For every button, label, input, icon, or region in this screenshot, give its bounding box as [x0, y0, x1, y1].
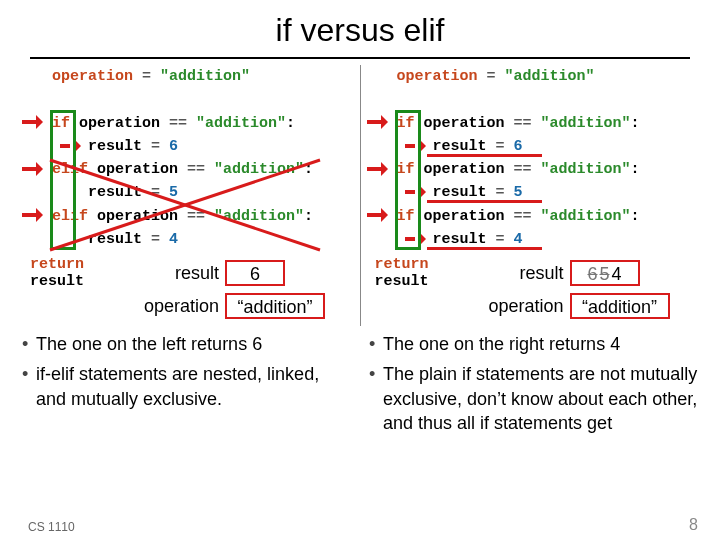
right-bullets: The one on the right returns 4 The plain… — [369, 332, 698, 441]
right-code: operation = "addition" if operation == "… — [365, 65, 701, 251]
code-token: operation — [415, 161, 514, 178]
code-token: = — [151, 184, 169, 201]
code-token: "addition" — [541, 115, 631, 132]
title-rule — [30, 57, 690, 59]
code-token: return — [30, 256, 84, 273]
code-token: "addition" — [214, 208, 304, 225]
code-token: = — [151, 231, 169, 248]
code-token: operation — [88, 208, 187, 225]
code-token: "addition" — [196, 115, 286, 132]
code-token: == — [514, 161, 541, 178]
code-token: result — [30, 273, 84, 290]
code-token: : — [631, 161, 640, 178]
var-value-box: “addition” — [570, 293, 670, 319]
code-token: result — [397, 138, 496, 155]
right-vars: return result result 654 operation “addi… — [365, 251, 701, 326]
code-token: : — [304, 208, 313, 225]
code-token: elif — [52, 161, 88, 178]
code-token: operation — [415, 208, 514, 225]
code-token: = — [133, 68, 160, 85]
var-value-box: 654 — [570, 260, 640, 286]
var-row-operation: operation “addition” — [375, 293, 701, 319]
code-token: if — [397, 208, 415, 225]
bullet-item: The one on the left returns 6 — [22, 332, 351, 356]
code-token: result — [52, 138, 151, 155]
bullet-item: if-elif statements are nested, linked, a… — [22, 362, 351, 411]
slide-title: if versus elif — [0, 0, 720, 57]
code-columns: operation = "addition" if operation == "… — [0, 65, 720, 326]
code-token: 4 — [514, 231, 523, 248]
code-token: return — [375, 256, 429, 273]
code-token: == — [187, 161, 214, 178]
bullet-item: The plain if statements are not mutually… — [369, 362, 698, 435]
code-token: == — [169, 115, 196, 132]
code-token: = — [496, 184, 514, 201]
code-token: : — [286, 115, 295, 132]
code-token: result — [397, 231, 496, 248]
code-token: operation — [415, 115, 514, 132]
code-token: "addition" — [541, 208, 631, 225]
var-label: operation — [475, 296, 570, 317]
return-stmt: return result — [375, 256, 485, 290]
var-label: result — [485, 263, 570, 284]
code-token: result — [52, 184, 151, 201]
code-token: operation — [70, 115, 169, 132]
var-value-box: 6 — [225, 260, 285, 286]
left-column: operation = "addition" if operation == "… — [20, 65, 356, 326]
struck-value: 5 — [599, 264, 609, 284]
code-token: == — [187, 208, 214, 225]
var-row-operation: operation “addition” — [30, 293, 356, 319]
code-token: if — [397, 161, 415, 178]
code-token: : — [304, 161, 313, 178]
code-token: = — [478, 68, 505, 85]
code-token: : — [631, 115, 640, 132]
code-token: 6 — [169, 138, 178, 155]
struck-value: 6 — [587, 264, 597, 284]
code-token: : — [631, 208, 640, 225]
code-token: result — [52, 231, 151, 248]
final-value: 4 — [612, 264, 622, 284]
bullet-item: The one on the right returns 4 — [369, 332, 698, 356]
right-column: operation = "addition" if operation == "… — [365, 65, 701, 326]
code-token: elif — [52, 208, 88, 225]
code-token: = — [151, 138, 169, 155]
code-token: if — [397, 115, 415, 132]
var-label: operation — [130, 296, 225, 317]
var-label: result — [140, 263, 225, 284]
left-bullets: The one on the left returns 6 if-elif st… — [22, 332, 351, 441]
code-token: "addition" — [214, 161, 304, 178]
code-token: operation — [397, 68, 478, 85]
code-token: operation — [88, 161, 187, 178]
code-token: == — [514, 115, 541, 132]
code-token: = — [496, 138, 514, 155]
code-token: "addition" — [505, 68, 595, 85]
code-token: 5 — [514, 184, 523, 201]
left-code: operation = "addition" if operation == "… — [20, 65, 356, 251]
right-code-wrap: operation = "addition" if operation == "… — [365, 65, 701, 251]
footer-course: CS 1110 — [28, 520, 75, 534]
code-token: operation — [52, 68, 133, 85]
bullet-columns: The one on the left returns 6 if-elif st… — [0, 326, 720, 441]
code-token: 5 — [169, 184, 178, 201]
left-vars: return result result 6 operation “additi… — [20, 251, 356, 326]
code-token: result — [397, 184, 496, 201]
column-divider — [360, 65, 361, 326]
var-row-result: return result result 654 — [375, 256, 701, 290]
var-value-box: “addition” — [225, 293, 325, 319]
code-token: 4 — [169, 231, 178, 248]
code-token: "addition" — [541, 161, 631, 178]
left-code-wrap: operation = "addition" if operation == "… — [20, 65, 356, 251]
code-token: "addition" — [160, 68, 250, 85]
var-row-result: return result result 6 — [30, 256, 356, 290]
code-token: 6 — [514, 138, 523, 155]
footer-page-number: 8 — [689, 516, 698, 534]
code-token: == — [514, 208, 541, 225]
return-stmt: return result — [30, 256, 140, 290]
code-token: if — [52, 115, 70, 132]
code-token: result — [375, 273, 429, 290]
code-token: = — [496, 231, 514, 248]
